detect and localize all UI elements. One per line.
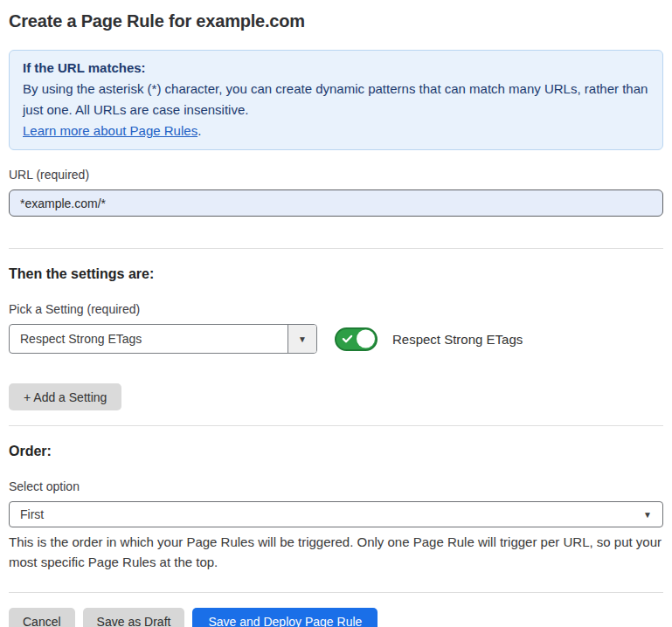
order-select-value: First — [20, 507, 643, 521]
toggle-knob — [357, 330, 375, 348]
order-section-heading: Order: — [9, 443, 663, 459]
toggle-label: Respect Strong ETags — [392, 332, 523, 347]
page-title: Create a Page Rule for example.com — [9, 10, 663, 31]
setting-select[interactable]: Respect Strong ETags ▼ — [9, 324, 317, 354]
order-select-label: Select option — [9, 479, 663, 494]
learn-more-link[interactable]: Learn more about Page Rules — [23, 123, 197, 138]
url-field-label: URL (required) — [9, 168, 663, 183]
check-icon — [342, 334, 353, 345]
order-help-text: This is the order in which your Page Rul… — [9, 532, 663, 572]
order-select[interactable]: First ▼ — [9, 501, 663, 527]
chevron-down-icon: ▼ — [643, 510, 652, 520]
setting-select-arrow-button[interactable]: ▼ — [288, 325, 316, 353]
url-match-info-box: If the URL matches: By using the asteris… — [9, 50, 663, 150]
etags-toggle[interactable] — [335, 327, 378, 351]
add-setting-button[interactable]: + Add a Setting — [9, 383, 121, 410]
setting-row: Respect Strong ETags ▼ Respect Strong ET… — [9, 324, 663, 354]
link-period: . — [197, 123, 201, 138]
divider — [9, 592, 663, 593]
footer-actions: Cancel Save as Draft Save and Deploy Pag… — [9, 608, 663, 627]
settings-section-heading: Then the settings are: — [9, 265, 663, 282]
cancel-button[interactable]: Cancel — [9, 608, 75, 627]
save-draft-button[interactable]: Save as Draft — [83, 608, 185, 627]
setting-select-value: Respect Strong ETags — [10, 325, 288, 353]
create-page-rule-form: Create a Page Rule for example.com If th… — [0, 0, 672, 627]
info-box-heading: If the URL matches: — [23, 58, 649, 79]
divider — [9, 248, 663, 249]
info-link-line: Learn more about Page Rules. — [23, 121, 649, 141]
url-input[interactable] — [9, 189, 663, 217]
setting-picker-label: Pick a Setting (required) — [9, 302, 663, 317]
save-deploy-button[interactable]: Save and Deploy Page Rule — [192, 608, 378, 627]
divider — [9, 425, 663, 426]
info-box-body: By using the asterisk (*) character, you… — [23, 79, 649, 121]
chevron-down-icon: ▼ — [298, 334, 307, 344]
